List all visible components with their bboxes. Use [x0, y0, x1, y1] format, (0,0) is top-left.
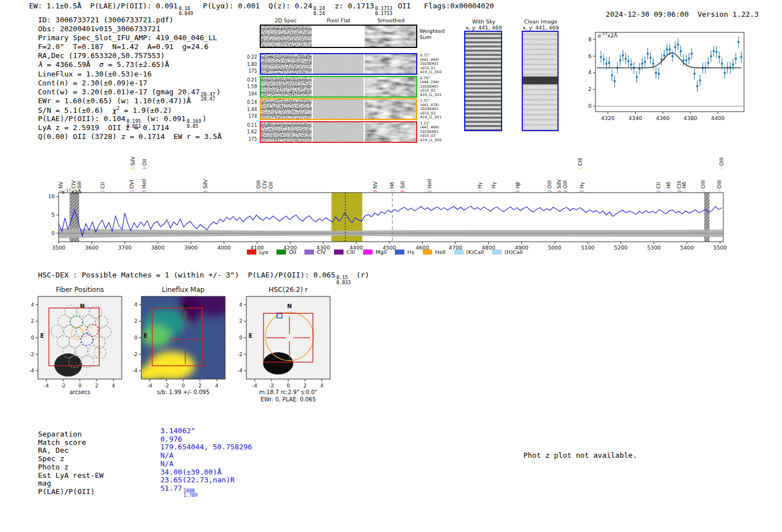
- legend-swatch: [492, 250, 502, 255]
- emission-line-label: Hδ: [681, 181, 687, 192]
- full-spectrum-chart: 3500360037003800390040004100420043004400…: [49, 143, 733, 260]
- svg-text:4380: 4380: [684, 115, 697, 121]
- svg-text:4: 4: [134, 302, 137, 308]
- info-line: RA,Dec (179.653320,50.757553): [38, 51, 222, 60]
- svg-text:Hβ: Hβ: [515, 181, 521, 189]
- legend-swatch: [247, 250, 256, 255]
- emission-line-label: Hγ: [477, 181, 483, 192]
- elixer-report-page: EW: 1.1±0.5Å P(LAE)/P(OII): 0.0910.160.0…: [0, 0, 782, 532]
- match-field-value: 0.976: [160, 435, 252, 444]
- svg-text:CIV: CIV: [71, 180, 77, 189]
- svg-text:SiII: SiII: [400, 181, 406, 189]
- info-line: Primary Spec_Slot_IFU_AMP: 419_040_046_L…: [38, 33, 222, 42]
- svg-text:HeII: HeII: [141, 179, 147, 189]
- match-field-value: 3.14062": [160, 427, 252, 435]
- smoothed-panel: [365, 26, 416, 47]
- inset-flux-units: e-17x2Å: [598, 32, 617, 39]
- emission-line-label: OIII: [547, 180, 552, 193]
- info-line: λ = 4366.59Å σ = 5.73(±2.65)Å: [38, 60, 222, 69]
- svg-text:5500: 5500: [713, 245, 727, 251]
- svg-text:NV: NV: [58, 181, 64, 189]
- detection-info-block: ID: 3006733721 (3006733721.pdf)Obs: 2020…: [38, 16, 222, 141]
- match-field-label: Separation: [38, 430, 103, 439]
- svg-text:4: 4: [112, 383, 115, 389]
- svg-text:5000: 5000: [548, 245, 561, 251]
- fiber-positions-plot: NE-4-4-2-2002244arcsecs: [20, 294, 132, 400]
- smoothed-panel: [365, 122, 416, 142]
- svg-text:Hδ: Hδ: [666, 181, 671, 189]
- match-field-value: 179.654044, 50.758296: [160, 443, 252, 452]
- info-line: F=2.0" T=0.187 N=1.42 A=0.91 g=24.6: [38, 42, 222, 51]
- emission-line-label: OII: [268, 182, 274, 193]
- legend-item: MgII: [363, 249, 387, 255]
- fiber-row-info: 0.79"(444, 294)20200401v015_02419_LL_031: [420, 76, 454, 98]
- emission-line-label: OIII: [562, 180, 568, 193]
- svg-text:0: 0: [588, 103, 592, 109]
- svg-text:5: 5: [51, 212, 55, 218]
- svg-text:Hγ: Hγ: [491, 181, 497, 189]
- svg-text:0: 0: [78, 383, 82, 389]
- svg-text:NV: NV: [373, 181, 378, 189]
- weighted-sum-label: WeightedSum: [419, 28, 445, 40]
- fiber-positions-title: Fiber Positions: [38, 286, 122, 294]
- match-field-label: P(LAE)/P(OII): [38, 488, 103, 496]
- emission-line-label: SiIV: [556, 179, 562, 192]
- svg-text:-2: -2: [164, 383, 169, 389]
- fiber-row-weights: 0.211.59194: [240, 77, 257, 98]
- fiber-row-info: 0.72"(441, 469)20200401v015_01419_LL_050: [420, 54, 454, 75]
- match-field-value: N/A: [160, 452, 252, 460]
- info-line: Q(0.00) OII (3728) z = 0.1714 EW r = 3.5…: [38, 132, 222, 141]
- legend-swatch: [334, 250, 344, 255]
- svg-text:5100: 5100: [581, 245, 594, 251]
- match-field-label: Photo z: [38, 463, 103, 472]
- emission-line-label: Hβ: [515, 181, 521, 192]
- emission-line-label: Hδ: [666, 181, 671, 192]
- emission-line-label: Hγ: [491, 181, 497, 192]
- svg-text:0: 0: [134, 335, 137, 341]
- match-field-value: 51.7710001.709: [160, 485, 252, 498]
- emission-line-label: HeII: [141, 179, 147, 192]
- emission-line-label: Hγ: [579, 181, 585, 192]
- svg-text:E: E: [144, 333, 147, 339]
- legend-item: CIII: [334, 249, 355, 255]
- legend-item: (K)CaII: [454, 249, 484, 255]
- match-field-label: Spec z: [38, 455, 103, 463]
- legend-swatch: [395, 250, 404, 255]
- report-timestamp: 2024-12-30 09:06:00 Version 1.22.3: [588, 2, 759, 27]
- svg-text:OVI: OVI: [129, 180, 135, 189]
- emission-line-label: HeII: [427, 179, 432, 192]
- svg-text:0: 0: [182, 383, 185, 389]
- match-table-labels: SeparationMatch scoreRA, DecSpec zPhoto …: [38, 430, 103, 496]
- svg-text:OIII: OIII: [719, 157, 724, 166]
- col-title-2dspec: 2D Spec: [260, 17, 312, 23]
- svg-text:Hδ: Hδ: [389, 181, 395, 189]
- svg-text:CII: CII: [656, 182, 661, 189]
- match-field-label: mag: [38, 480, 103, 488]
- info-line: LineFlux = 1.30(±0.53)e-16: [38, 70, 222, 79]
- emission-line-label: SiII: [400, 181, 406, 192]
- emission-line-label: OII: [142, 159, 147, 170]
- svg-text:OIII: OIII: [256, 180, 261, 189]
- svg-text:3700: 3700: [118, 245, 131, 251]
- legend-item: (H)CaII: [492, 249, 523, 255]
- svg-text:2: 2: [95, 383, 98, 389]
- svg-text:s/b: 1.99 +/- 0.095: s/b: 1.99 +/- 0.095: [157, 389, 209, 395]
- legend-item: OII: [276, 249, 296, 255]
- legend-item: HeII: [423, 249, 446, 255]
- svg-text:-4: -4: [132, 368, 137, 373]
- svg-text:4: 4: [239, 302, 242, 308]
- svg-text:-2: -2: [237, 352, 242, 357]
- svg-text:-2: -2: [269, 383, 274, 389]
- svg-text:-4: -4: [237, 368, 242, 373]
- emission-line-label: SiIV: [203, 179, 208, 192]
- svg-text:N: N: [183, 303, 188, 309]
- svg-text:OIII: OIII: [562, 180, 568, 189]
- svg-text:4: 4: [320, 383, 323, 389]
- legend-swatch: [276, 250, 286, 255]
- pixelflat-panel: [313, 26, 364, 47]
- fiber-row-strip: [260, 53, 417, 75]
- svg-text:4340: 4340: [628, 115, 642, 121]
- svg-text:SiIV: SiIV: [556, 179, 562, 189]
- phot-z-note: Phot z plot not available.: [523, 451, 637, 459]
- info-line: S/N = 5.1(±0.6) χ2 = 1.9(±0.2): [38, 106, 222, 114]
